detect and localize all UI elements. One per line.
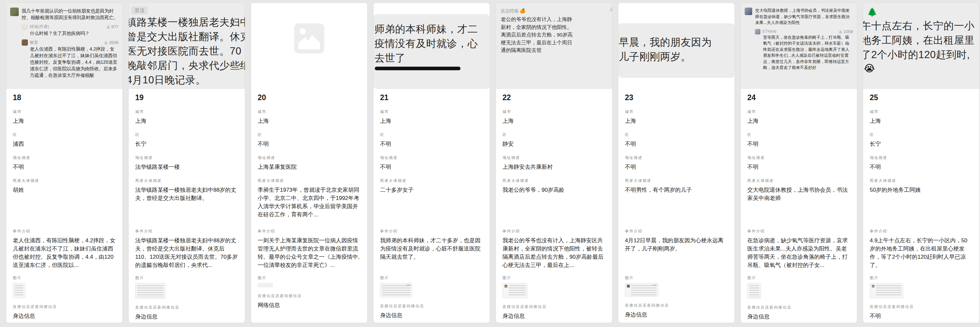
field-value-source: 网络信息 xyxy=(258,301,361,309)
header-attachment[interactable]: 我几十年前就认识的一位胡姓朋友也是因为封控、核酸检测等原因没有得到及时救治而死亡… xyxy=(6,3,123,89)
field-label-event: 事件介绍 xyxy=(135,229,238,234)
field-label-address: 地址描述 xyxy=(135,155,238,160)
attachment-thumbnail[interactable] xyxy=(13,283,25,298)
record-card-19[interactable]: 置顶 镇路某楼一楼独居老夫妇中 曾是交大出版社翻译。休克 医无对接医院而去世。7… xyxy=(128,3,245,323)
field-label-city: 城市 xyxy=(258,109,361,114)
field-label-source: 直接信息还是间接信息 xyxy=(258,294,361,298)
avatar xyxy=(10,8,19,16)
field-label-address: 地址描述 xyxy=(625,155,728,160)
header-attachment[interactable]: 早晨，我的朋友因为 儿子刚刚两岁。 xyxy=(618,3,735,89)
field-value-victim: 李昶生于1973年，曾就读于北京史家胡同小学、北京二中、北京四中，于1992年考… xyxy=(258,186,361,223)
field-label-city: 城市 xyxy=(380,109,483,114)
field-value-district: 静安 xyxy=(503,140,606,148)
field-value-victim: 不明男性，有个两岁的儿子 xyxy=(625,186,728,223)
like-count: 977 xyxy=(111,24,118,29)
field-label-event: 事件介绍 xyxy=(503,229,606,234)
attachment-thumbnail[interactable] xyxy=(747,283,761,299)
record-card-24[interactable]: 交大电院退休教授，上海书协会员，书法家吴中南老师在急诊病逝，缺少氧气等医疗资源，… xyxy=(740,3,857,323)
field-label-district: 区 xyxy=(135,132,238,137)
field-label-source: 直接信息还是间接信息 xyxy=(380,304,483,309)
field-label-city: 城市 xyxy=(503,109,606,114)
header-attachment[interactable]: 师弟的本科师妹，才二 疫情没有及时就诊，心 去世了 xyxy=(374,3,490,89)
attachment-thumbnail[interactable] xyxy=(870,283,903,298)
attachment-thumbnail[interactable] xyxy=(503,283,527,298)
comment-text: 我几十年前就认识的一位胡姓朋友也是因为封控、核酸检测等原因没有得到及时救治而死亡… xyxy=(22,8,118,21)
field-value-event: 我师弟的本科师妹，才二十多岁，也是因为疫情没有及时就诊，心脏不舒服送医院隔天就去… xyxy=(380,236,483,269)
commenter-name: ETHAN xyxy=(762,29,776,34)
field-value-district: 长宁 xyxy=(135,140,238,148)
field-label-district: 区 xyxy=(503,132,606,137)
screenshot-text-line: 镇路某楼一楼独居老夫妇中 xyxy=(129,15,245,30)
field-value-district: 浦西 xyxy=(13,140,116,148)
record-card-23[interactable]: 早晨，我的朋友因为 儿子刚刚两岁。 23 城市 上海 区 不明 地址描述 不明 … xyxy=(618,3,735,323)
avatar xyxy=(22,39,28,46)
post-author: 鼠甜橙酱 🍊 xyxy=(501,8,612,14)
record-card-18[interactable]: 我几十年前就认识的一位胡姓朋友也是因为封控、核酸检测等原因没有得到及时救治而死亡… xyxy=(6,3,123,323)
field-label-address: 地址描述 xyxy=(380,155,483,160)
field-label-district: 区 xyxy=(747,132,850,137)
field-value-city: 上海 xyxy=(747,117,850,125)
wechat-thread: 我几十年前就认识的一位胡姓朋友也是因为封控、核酸检测等原因没有得到及时救治而死亡… xyxy=(6,3,123,78)
screenshot-text-line: 梗无法去三甲，最后在上个周日 xyxy=(501,39,612,46)
field-value-event: 我老公的爷爷也没有计入，上海静安区共康新村，全家阴的情况下他阳性，被转去隔离酒店… xyxy=(503,236,606,269)
field-label-victim: 死者大体描述 xyxy=(13,178,116,183)
field-value-address: 不明 xyxy=(870,163,973,171)
record-card-20[interactable]: 20 城市 上海 区 不明 地址描述 上海某康复医院 死者大体描述 李昶生于19… xyxy=(251,3,368,323)
header-attachment[interactable]: 交大电院退休教授，上海书协会员，书法家吴中南老师在急诊病逝，缺少氧气等医疗资源，… xyxy=(741,3,857,89)
screenshot-text-line: 离酒店后差点转去方舱，90岁高 xyxy=(501,31,612,39)
field-value-victim: 法华镇路某楼一楼独居老夫妇中88岁的丈夫，曾经是交大出版社翻译。 xyxy=(135,186,238,223)
field-value-victim: 胡姓 xyxy=(13,186,116,223)
field-label-event: 事件介绍 xyxy=(380,229,483,234)
record-card-25[interactable]: 🌲 午十点左右，长宁的一小 地务工阿姨，在出租屋里 了2个小时的120赶到时, … xyxy=(863,3,980,323)
field-label-city: 城市 xyxy=(13,109,116,114)
field-label-source: 直接信息还是间接信息 xyxy=(625,303,728,308)
screenshot-text-line: 疫情没有及时就诊，心 xyxy=(374,37,490,51)
header-attachment[interactable]: 鼠甜橙酱 🍊 老公的爷爷也没有计入，上海静 新村，全家阴的情况下他阳性。 离酒店… xyxy=(496,3,612,89)
record-card-21[interactable]: 师弟的本科师妹，才二 疫情没有及时就诊，心 去世了 21 城市 上海 区 不明 … xyxy=(373,3,490,323)
field-value-address: 上海静安去共康新村 xyxy=(503,163,606,171)
attachment-thumbnail[interactable] xyxy=(258,283,273,287)
field-label-city: 城市 xyxy=(625,109,728,114)
tree-emoji: 🌲 xyxy=(867,7,979,17)
field-label-address: 地址描述 xyxy=(870,155,973,160)
field-value-source: 身边信息 xyxy=(503,312,606,320)
like-count: 3506 xyxy=(109,40,118,45)
wechat-thread: 交大电院退休教授，上海书协会员，书法家吴中南老师在急诊病逝，缺少氧气等医疗资源，… xyxy=(741,3,857,71)
field-label-image: 图片 xyxy=(870,276,973,281)
header-attachment[interactable]: 置顶 镇路某楼一楼独居老夫妇中 曾是交大出版社翻译。休克 医无对接医院而去世。7… xyxy=(129,3,245,89)
field-value-district: 不明 xyxy=(625,140,728,148)
field-label-source: 直接信息还是间接信息 xyxy=(135,305,238,310)
screenshot-text-line: 新村，全家阴的情况下他阳性。 xyxy=(501,23,612,31)
thumbs-up-icon: 👍 xyxy=(103,40,108,45)
record-number: 22 xyxy=(503,93,606,102)
field-value-address: 上海某康复医院 xyxy=(258,163,361,171)
screenshot-text-line: 晚敲邻居门，央求代少些纸 xyxy=(129,59,245,73)
field-value-event: 一则关于上海某康复医院一位病人因疫情管理无人护理而去世的文章在微信群里流转。最早… xyxy=(258,236,361,269)
field-label-image: 图片 xyxy=(625,276,728,281)
field-value-city: 上海 xyxy=(13,117,116,125)
thumbs-up-icon: 👍 xyxy=(838,30,843,34)
attachment-thumbnail[interactable]: 2147 xyxy=(625,283,659,297)
header-attachment[interactable] xyxy=(251,3,367,89)
field-value-victim: 二十多岁女子 xyxy=(380,186,483,223)
field-value-source: 身边信息 xyxy=(135,313,238,321)
comment-text: 老人住浦西，有陈旧性脑梗，4.2摔跤，女儿被封在浦东过不了江，妹妹们虽住浦西但也… xyxy=(30,46,118,78)
record-number: 21 xyxy=(380,93,483,102)
field-label-image: 图片 xyxy=(258,276,361,281)
screenshot-text-line: 医无对接医院而去世。70 xyxy=(129,44,245,59)
field-label-address: 地址描述 xyxy=(747,155,850,160)
attachment-thumbnail[interactable] xyxy=(135,283,165,299)
record-card-22[interactable]: 鼠甜橙酱 🍊 老公的爷爷也没有计入，上海静 新村，全家阴的情况下他阳性。 离酒店… xyxy=(496,3,612,323)
field-label-district: 区 xyxy=(625,132,728,137)
field-value-city: 上海 xyxy=(258,117,361,125)
commenter-name: 敏宴 xyxy=(30,40,38,45)
avatar xyxy=(755,29,760,35)
header-attachment[interactable]: 🌲 午十点左右，长宁的一小 地务工阿姨，在出租屋里 了2个小时的120赶到时, … xyxy=(863,3,979,89)
field-label-source: 直接信息还是间接信息 xyxy=(747,305,850,310)
screenshot-text-line: 通的隔离医院去世 xyxy=(501,46,612,54)
comment-text: 交大电院退休教授，上海书协会员，书法家吴中南老师在急诊病逝，缺少氧气等医疗资源，… xyxy=(755,8,853,26)
attachment-thumbnail[interactable]: 3349 xyxy=(380,283,412,297)
field-label-victim: 死者大体描述 xyxy=(747,178,850,183)
field-label-source: 直接信息还是间接信息 xyxy=(870,304,973,309)
field-value-district: 不明 xyxy=(258,140,361,148)
